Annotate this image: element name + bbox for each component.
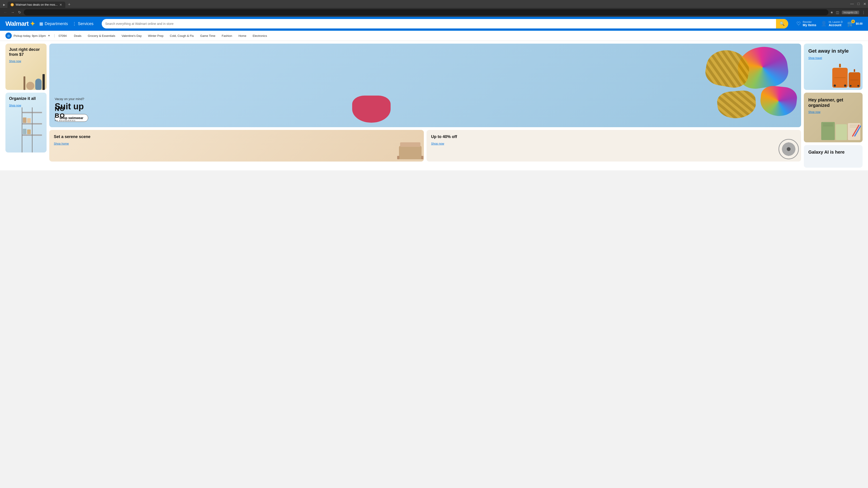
colorful-bikini-bottom	[759, 85, 798, 118]
notebook-green	[821, 122, 835, 140]
active-tab[interactable]: W Walmart has deals on the mos... ✕	[7, 2, 65, 8]
browser-window: ▶ W Walmart has deals on the mos... ✕ + …	[0, 0, 868, 17]
reload-button[interactable]: ↻	[17, 9, 22, 15]
nav-electronics[interactable]: Electronics	[253, 34, 267, 37]
nav-game-time[interactable]: Game Time	[200, 34, 215, 37]
account-sub: Hi, Lauren D	[829, 21, 843, 23]
cart-button[interactable]: 🛒 0 $0.00	[847, 21, 863, 27]
services-grid-icon: ⋮	[72, 21, 76, 26]
nav-grocery[interactable]: Grocery & Essentials	[88, 34, 115, 37]
organize-promo-card[interactable]: Organize it all Shop now	[5, 93, 46, 153]
shelf-visual	[17, 107, 46, 153]
shop-travel-link[interactable]: Shop travel	[808, 57, 822, 60]
reorder-button[interactable]: ♡ Reorder My Items	[796, 21, 816, 27]
organize-card-background: Organize it all Shop now	[5, 93, 46, 153]
walmart-logo[interactable]: Walmart ✦	[5, 20, 35, 28]
account-text: Hi, Lauren D Account	[829, 21, 843, 27]
vase-visual	[35, 78, 41, 90]
reorder-sub: Reorder	[803, 21, 816, 23]
nav-cold-flu[interactable]: Cold, Cough & Flu	[170, 34, 194, 37]
striped-bikini-top	[704, 47, 752, 90]
sub-header: ◎ Pickup today, 9pm-10pm ▼ | 07094 Deals…	[0, 31, 868, 41]
center-column: Vacay on your mind? Suit up Shop swimwea…	[49, 43, 801, 168]
fan-center	[787, 147, 790, 151]
forward-button[interactable]: →	[10, 9, 16, 15]
services-label: Services	[78, 22, 93, 26]
search-input[interactable]	[102, 20, 776, 28]
serene-card-title: Set a serene scene	[54, 134, 419, 139]
shop-now-link[interactable]: Shop now	[431, 142, 444, 145]
address-actions: ★ ◫ Incognito (3) ⋮	[830, 10, 865, 14]
logo-text: Walmart	[5, 20, 29, 27]
pickup-selector[interactable]: ◎ Pickup today, 9pm-10pm ▼	[5, 33, 51, 39]
decor-items-visual	[24, 74, 45, 90]
hero-banner[interactable]: Vacay on your mind? Suit up Shop swimwea…	[49, 43, 801, 127]
address-bar: ← → ↻ walmart.com ★ ◫ Incognito (3) ⋮	[0, 8, 868, 17]
nav-valentines[interactable]: Valentine's Day	[122, 34, 142, 37]
nav-home[interactable]: Home	[239, 34, 246, 37]
heart-icon: ♡	[796, 21, 801, 27]
nobo-logo: NOBO NO BOUNDARIES	[55, 105, 76, 122]
decor-card-background: Just right decor from $7 Shop now	[5, 43, 46, 90]
swimwear-visual	[350, 43, 801, 127]
right-column: Get away in style Shop travel	[804, 43, 863, 168]
store-icon: ◎	[5, 33, 12, 39]
cart-price: $0.00	[856, 22, 863, 25]
fan-visual	[778, 139, 799, 159]
url-input[interactable]: walmart.com	[24, 9, 829, 15]
sale-card[interactable]: Up to 40% off Shop now	[427, 130, 801, 162]
nav-deals[interactable]: Deals	[74, 34, 81, 37]
menu-icon[interactable]: ⋮	[862, 10, 865, 14]
couch-visual	[399, 146, 422, 159]
planner-card-title: Hey planner, get organized	[808, 97, 858, 108]
main-content: Just right decor from $7 Shop now Orga	[0, 41, 868, 170]
tab-close-button[interactable]: ✕	[59, 3, 62, 6]
new-tab-button[interactable]: +	[66, 1, 72, 8]
tab-favicon: W	[11, 3, 14, 6]
bookmark-icon[interactable]: ★	[830, 10, 833, 14]
shelf-item-1	[23, 118, 26, 123]
serene-card[interactable]: Set a serene scene Shop home	[49, 130, 424, 162]
couch-leg-right	[421, 156, 423, 159]
wheel-3	[850, 85, 851, 87]
account-button[interactable]: 👤 Hi, Lauren D Account	[821, 21, 843, 27]
pickup-chevron-icon: ▼	[48, 34, 51, 37]
close-window-button[interactable]: ✕	[863, 2, 866, 6]
nav-winter-prep[interactable]: Winter Prep	[148, 34, 164, 37]
shop-home-link[interactable]: Shop home	[54, 142, 69, 145]
tab-nav-left[interactable]: ▶	[2, 2, 6, 7]
notebook-line-2	[823, 126, 833, 126]
galaxy-card[interactable]: Galaxy AI is here	[804, 145, 863, 168]
reorder-main: My Items	[803, 23, 816, 27]
nobo-text: NOBO	[55, 105, 76, 120]
services-nav[interactable]: ⋮ Services	[72, 21, 93, 26]
back-button[interactable]: ←	[3, 9, 8, 15]
shelf-rail-left	[22, 107, 22, 153]
minimize-button[interactable]: —	[850, 2, 854, 6]
shop-now-planner-link[interactable]: Shop now	[808, 110, 820, 113]
nav-fashion[interactable]: Fashion	[222, 34, 232, 37]
gold-bikini-bottom	[716, 90, 757, 120]
wheel-1	[834, 85, 836, 87]
travel-card[interactable]: Get away in style Shop travel	[804, 43, 863, 90]
category-nav: Deals Grocery & Essentials Valentine's D…	[74, 34, 267, 37]
search-bar[interactable]: 🔍	[102, 19, 788, 29]
departments-nav[interactable]: ▦ Departments	[39, 21, 68, 26]
decor-shop-now-link[interactable]: Shop now	[9, 60, 43, 63]
tab-bar: ▶ W Walmart has deals on the mos... ✕ + …	[0, 0, 868, 8]
cart-count-badge: 0	[851, 20, 855, 23]
incognito-badge[interactable]: Incognito (3)	[842, 11, 859, 14]
bottom-banners: Set a serene scene Shop home Up to 40% o…	[49, 130, 801, 162]
maximize-button[interactable]: □	[857, 2, 860, 6]
shelf-item-3	[23, 129, 26, 134]
shelf-rail	[32, 107, 33, 153]
couch-back	[400, 142, 421, 147]
planner-card[interactable]: Hey planner, get organized Shop now	[804, 93, 863, 142]
decor-promo-card[interactable]: Just right decor from $7 Shop now	[5, 43, 46, 90]
split-view-icon[interactable]: ◫	[836, 10, 839, 14]
notebook-line-1	[823, 124, 833, 124]
spark-icon: ✦	[30, 20, 35, 28]
search-button[interactable]: 🔍	[776, 19, 788, 29]
hero-subtitle: Vacay on your mind?	[55, 97, 88, 101]
organize-shop-now-link[interactable]: Shop now	[9, 104, 43, 107]
